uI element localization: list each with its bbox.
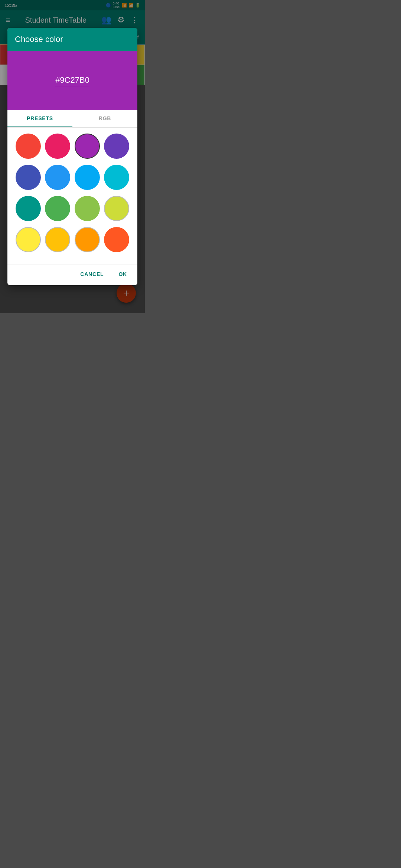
tab-presets[interactable]: PRESETS	[7, 110, 72, 127]
ok-button[interactable]: OK	[114, 268, 131, 280]
swatch-light-blue[interactable]	[75, 165, 100, 190]
color-preview-area: #9C27B0	[7, 51, 137, 110]
swatch-amber[interactable]	[45, 227, 70, 252]
swatch-crimson[interactable]	[45, 134, 70, 159]
swatch-red[interactable]	[16, 134, 41, 159]
color-row-2	[13, 165, 131, 190]
swatch-deep-purple[interactable]	[104, 134, 129, 159]
color-picker-dialog: Choose color #9C27B0 PRESETS RGB	[7, 28, 137, 285]
swatch-teal[interactable]	[16, 196, 41, 221]
color-mode-tabs: PRESETS RGB	[7, 110, 137, 128]
color-row-1	[13, 134, 131, 159]
dialog-title: Choose color	[15, 34, 63, 44]
color-swatches-grid	[7, 128, 137, 264]
color-row-3	[13, 196, 131, 221]
swatch-blue[interactable]	[45, 165, 70, 190]
swatch-green[interactable]	[45, 196, 70, 221]
swatch-purple[interactable]	[75, 134, 100, 159]
cancel-button[interactable]: CANCEL	[76, 268, 108, 280]
swatch-indigo[interactable]	[16, 165, 41, 190]
swatch-yellow[interactable]	[16, 227, 41, 252]
swatch-orange[interactable]	[75, 227, 100, 252]
swatch-lime[interactable]	[75, 196, 100, 221]
dialog-actions: CANCEL OK	[7, 264, 137, 285]
dialog-header: Choose color	[7, 28, 137, 51]
swatch-deep-orange[interactable]	[104, 227, 129, 252]
color-hex-value[interactable]: #9C27B0	[55, 75, 89, 86]
swatch-yellow-green[interactable]	[104, 196, 129, 221]
swatch-cyan[interactable]	[104, 165, 129, 190]
tab-rgb[interactable]: RGB	[72, 110, 137, 127]
color-row-4	[13, 227, 131, 252]
